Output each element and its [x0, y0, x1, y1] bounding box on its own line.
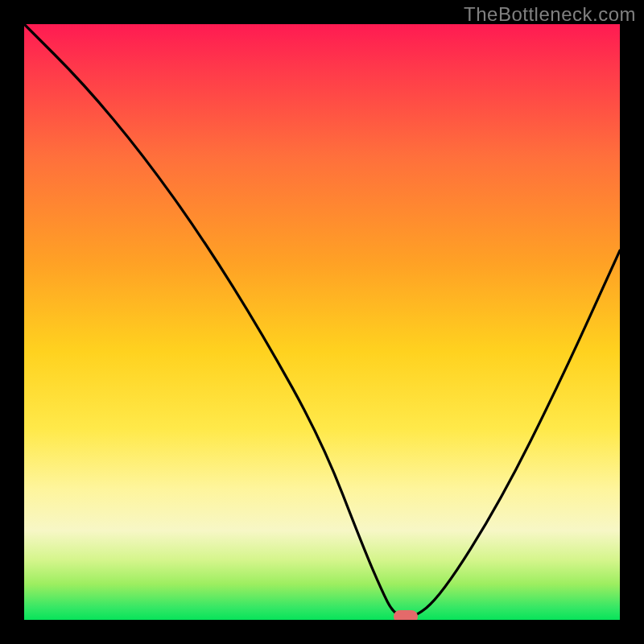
chart-frame: TheBottleneck.com [0, 0, 644, 644]
plot-area [24, 24, 620, 620]
watermark-text: TheBottleneck.com [464, 3, 636, 26]
bottleneck-curve [24, 24, 620, 620]
optimal-marker [394, 610, 418, 620]
